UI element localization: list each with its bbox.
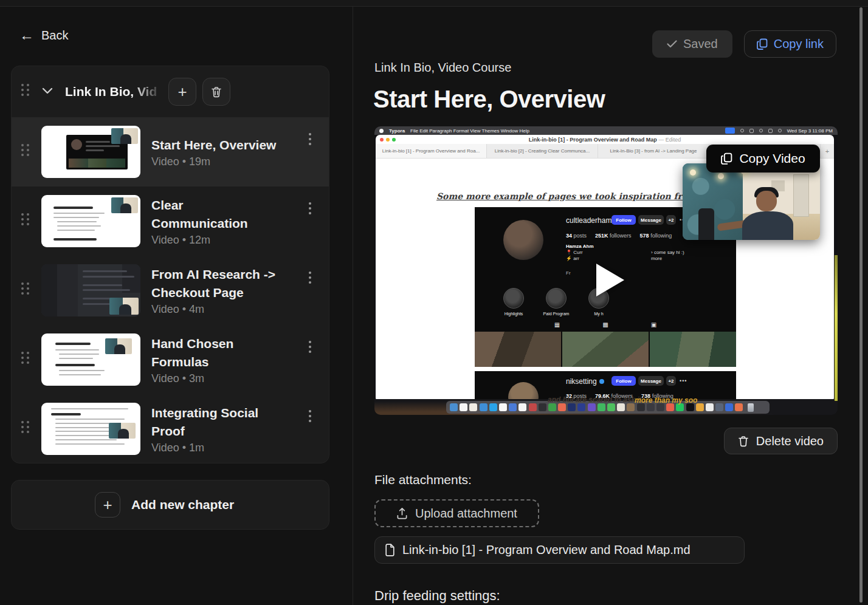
story-highlight [546, 288, 567, 309]
video-item-ai-research[interactable]: From AI Research -> Checkout Page Video … [12, 256, 329, 325]
story-highlight [503, 288, 524, 309]
dock-app-icon [577, 403, 585, 411]
plus-icon: + [103, 497, 112, 513]
dock-app-icon [460, 403, 467, 411]
video-thumbnail [41, 195, 140, 247]
dock-app-icon [548, 403, 556, 411]
dock-app-icon [480, 403, 487, 411]
dock-app-icon [588, 403, 596, 411]
dock-app-icon [735, 403, 743, 411]
doc-tab: Link-In-Bio [3] - from AI -> Landing Pag… [598, 144, 709, 158]
upload-attachment-button[interactable]: Upload attachment [374, 499, 539, 527]
drag-handle-icon[interactable] [21, 352, 31, 367]
drag-handle-icon[interactable] [21, 421, 31, 437]
item-menu-icon[interactable] [305, 131, 315, 155]
chapter-header: Link In Bio, Vid + [12, 66, 329, 117]
item-menu-icon[interactable] [305, 200, 315, 224]
video-thumbnail [41, 403, 140, 455]
reels-tab-icon: ▩ [602, 321, 608, 328]
trash-icon [738, 436, 749, 447]
dock-app-icon [518, 403, 526, 411]
presenter [735, 188, 798, 240]
chapter-title[interactable]: Link In Bio, Vid [65, 84, 162, 99]
file-icon [385, 544, 395, 556]
mac-menubar: Typora File Edit Paragraph Format View T… [374, 126, 838, 135]
dock-app-icon [607, 403, 615, 411]
avatar [503, 220, 543, 260]
doc-tab: Link-in-bio [1] - Program Overview and R… [376, 144, 487, 158]
attachment-file-chip[interactable]: Link-in-bio [1] - Program Overview and R… [374, 536, 745, 564]
back-arrow-icon: ← [19, 28, 34, 43]
video-item-start-here[interactable]: Start Here, Overview Video • 19m [12, 117, 329, 186]
video-item-clear-communication[interactable]: Clear Communication Video • 12m [12, 186, 329, 256]
window-title: Link-in-bio [1] - Program Overview and R… [376, 137, 834, 143]
dock-app-icon [499, 403, 507, 411]
copy-link-button[interactable]: Copy link [744, 30, 836, 58]
video-meta: Video • 12m [151, 234, 283, 247]
copy-icon [721, 152, 732, 165]
video-item-hand-chosen[interactable]: Hand Chosen Formulas Video • 3m [12, 325, 329, 394]
video-title: Integrating Social Proof [151, 404, 283, 440]
item-menu-icon[interactable] [305, 408, 315, 432]
desktop-edge-strip [835, 255, 838, 401]
dock-app-icon [568, 403, 576, 411]
video-meta: Video • 3m [151, 372, 283, 385]
menubar-clock: Wed Sep 3 11:08 PM [787, 128, 833, 134]
play-button-icon[interactable] [596, 264, 624, 296]
item-menu-icon[interactable] [305, 338, 315, 363]
top-divider [0, 0, 868, 7]
dock-app-icon [509, 403, 517, 411]
item-menu-icon[interactable] [305, 269, 315, 293]
dock-app-icon [627, 403, 635, 411]
video-thumbnail [41, 264, 140, 316]
webcam-overlay [683, 163, 820, 240]
video-meta: Video • 19m [151, 156, 283, 168]
dock-app-icon [539, 403, 546, 411]
delete-video-button[interactable]: Delete video [724, 428, 838, 454]
video-thumbnail [41, 126, 140, 178]
video-meta: Video • 1m [151, 442, 283, 454]
drip-feeding-heading: Drip feeding settings: [374, 588, 500, 604]
page-title[interactable]: Start Here, Overview [373, 86, 605, 113]
dock-app-icon [617, 403, 625, 411]
dock-app-icon [489, 403, 497, 411]
file-attachments-heading: File attachments: [374, 473, 472, 487]
chapter-sidebar: ← Back Link In Bio, Vid + [0, 0, 353, 605]
video-title: Hand Chosen Formulas [151, 335, 283, 371]
drag-handle-icon[interactable] [21, 144, 31, 160]
back-button[interactable]: ← Back [19, 28, 68, 43]
video-item-social-proof[interactable]: Integrating Social Proof Video • 1m [12, 394, 329, 463]
copy-video-button[interactable]: Copy Video [706, 145, 820, 173]
dock-app-icon [450, 403, 458, 411]
doc-tab: Link-in-bio [2] - Creating Clear Communc… [487, 144, 598, 158]
video-preview[interactable]: Typora File Edit Paragraph Format View T… [374, 126, 838, 415]
delete-chapter-button[interactable] [202, 78, 230, 106]
drag-handle-icon[interactable] [21, 282, 31, 298]
dock-app-icon [706, 403, 714, 411]
lesson-editor-panel: Saved Copy link Link In Bio, Video Cours… [353, 0, 868, 605]
drag-handle-icon[interactable] [21, 213, 31, 229]
add-new-chapter-button[interactable]: + Add new chapter [11, 480, 329, 530]
video-title: Clear Communication [151, 196, 283, 233]
drag-handle-icon[interactable] [21, 84, 31, 100]
apple-logo-icon [379, 129, 384, 133]
copy-icon [757, 38, 768, 50]
back-label: Back [41, 29, 68, 43]
upload-icon [396, 507, 408, 519]
attachment-file-name: Link-in-bio [1] - Program Overview and R… [402, 543, 691, 557]
window-titlebar: Link-in-bio [1] - Program Overview and R… [376, 135, 834, 144]
course-editor: ← Back Link In Bio, Vid + [0, 0, 868, 605]
dock-app-icon [529, 403, 537, 411]
video-title: Start Here, Overview [151, 136, 283, 154]
vertical-scrollbar[interactable] [859, 7, 863, 603]
tagged-tab-icon: ▣ [651, 321, 656, 328]
screenshot-tool-icon [725, 128, 735, 134]
trash-icon [211, 86, 222, 98]
doc-heading: Some more example of pages we took inspi… [436, 191, 700, 201]
dock-app-icon [598, 403, 605, 411]
video-caption: and bbl are scared to ask it. [548, 395, 644, 404]
chevron-down-icon[interactable] [42, 86, 53, 97]
dock-app-icon [715, 403, 723, 411]
chapter-card: Link In Bio, Vid + [11, 66, 329, 463]
add-video-button[interactable]: + [168, 78, 196, 106]
